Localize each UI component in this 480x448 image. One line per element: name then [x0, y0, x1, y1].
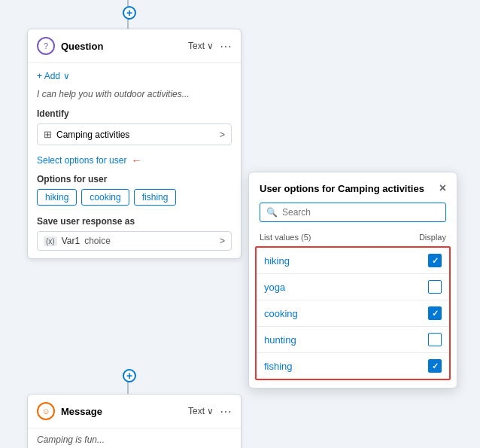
identify-chevron-icon: > — [220, 130, 225, 140]
select-options-link[interactable]: Select options for user ← — [37, 154, 232, 166]
item-name-hunting: hunting — [264, 334, 296, 346]
options-panel: User options for Camping activities × 🔍 … — [248, 172, 457, 389]
message-card-menu-button[interactable]: ⋯ — [220, 404, 232, 419]
message-card-title: Message — [61, 406, 182, 417]
canvas: + ? Question Text ∨ ⋯ + Add ∨ I can help… — [0, 0, 480, 448]
card-type: Text ∨ — [188, 41, 214, 51]
list-values-count: List values (5) — [260, 233, 311, 242]
card-title: Question — [61, 41, 182, 52]
item-name-yoga: yoga — [264, 282, 285, 293]
checkbox-fishing[interactable] — [428, 359, 442, 373]
search-icon: 🔍 — [266, 207, 278, 218]
checkbox-hiking[interactable] — [428, 254, 442, 267]
question-icon: ? — [37, 37, 55, 55]
panel-items-list: hiking yoga cooking hunting fishing — [255, 246, 451, 380]
question-card: ? Question Text ∨ ⋯ + Add ∨ I can help y… — [27, 29, 242, 259]
add-circle-mid[interactable]: + — [123, 369, 136, 382]
display-label: Display — [419, 233, 446, 242]
item-name-cooking: cooking — [264, 308, 298, 319]
checkbox-hunting[interactable] — [428, 333, 442, 346]
panel-close-button[interactable]: × — [439, 181, 446, 195]
var-type: choice — [84, 236, 111, 246]
message-icon: ☺ — [37, 402, 55, 420]
table-icon: ⊞ — [44, 129, 52, 140]
message-preview: I can help you with outdoor activities..… — [37, 89, 232, 99]
var-chevron-icon: > — [220, 236, 225, 246]
panel-title: User options for Camping activities — [260, 183, 424, 194]
add-button[interactable]: + Add ∨ — [37, 71, 70, 81]
card-body: + Add ∨ I can help you with outdoor acti… — [28, 63, 241, 258]
message-card: ☺ Message Text ∨ ⋯ Camping is fun... — [27, 394, 242, 448]
save-response-label: Save user response as — [37, 216, 232, 227]
list-item: cooking — [257, 300, 449, 327]
panel-header: User options for Camping activities × — [249, 172, 457, 203]
checkbox-cooking[interactable] — [428, 306, 442, 320]
list-item: fishing — [257, 353, 449, 379]
var-badge: (x) — [44, 236, 57, 246]
card-menu-button[interactable]: ⋯ — [220, 39, 232, 53]
message-card-header: ☺ Message Text ∨ ⋯ — [28, 395, 241, 428]
card-header: ? Question Text ∨ ⋯ — [28, 29, 241, 63]
panel-search-container: 🔍 — [260, 203, 446, 222]
item-name-hiking: hiking — [264, 255, 290, 267]
option-tag-cooking[interactable]: cooking — [81, 189, 129, 206]
list-item: yoga — [257, 274, 449, 300]
options-tags: hiking cooking fishing — [37, 189, 232, 206]
var-name: Var1 — [62, 236, 80, 246]
message-card-type: Text ∨ — [188, 406, 214, 416]
search-input[interactable] — [282, 207, 439, 218]
var-row[interactable]: (x) Var1 choice > — [37, 231, 232, 251]
panel-list-header: List values (5) Display — [249, 230, 457, 246]
item-name-fishing: fishing — [264, 361, 293, 372]
options-for-user-label: Options for user — [37, 174, 232, 184]
identify-row[interactable]: ⊞ Camping activities > — [37, 123, 232, 145]
identify-label: Identify — [37, 108, 232, 119]
list-item: hunting — [257, 327, 449, 353]
option-tag-fishing[interactable]: fishing — [134, 189, 177, 206]
identify-value: Camping activities — [56, 130, 215, 140]
arrow-icon: ← — [131, 154, 141, 166]
add-circle-top[interactable]: + — [123, 6, 136, 20]
list-item: hiking — [257, 248, 449, 274]
option-tag-hiking[interactable]: hiking — [37, 189, 77, 206]
message-card-body: Camping is fun... — [28, 428, 241, 448]
checkbox-yoga[interactable] — [428, 280, 442, 294]
